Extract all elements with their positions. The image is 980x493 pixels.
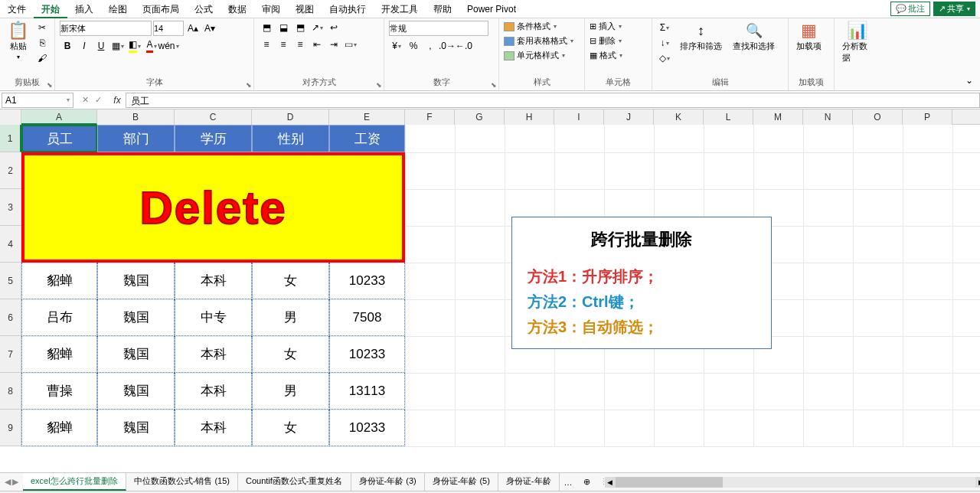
- data-cell[interactable]: 本科: [175, 336, 252, 373]
- data-cell[interactable]: 男: [252, 373, 329, 410]
- merge-cells-button[interactable]: ▭: [343, 38, 358, 51]
- scroll-left-button[interactable]: ◀: [605, 477, 616, 488]
- add-sheet-button[interactable]: ⊕: [577, 477, 596, 487]
- scroll-right-button[interactable]: ▶: [975, 477, 980, 488]
- autosum-button[interactable]: Σ: [657, 21, 672, 34]
- tab-more-button[interactable]: …: [560, 478, 577, 487]
- decrease-indent-button[interactable]: ⇤: [309, 38, 325, 51]
- tab-formulas[interactable]: 公式: [187, 0, 220, 18]
- clipboard-expand[interactable]: ⬊: [47, 81, 53, 89]
- data-cell[interactable]: 中专: [175, 299, 252, 336]
- tab-help[interactable]: 帮助: [426, 0, 459, 18]
- column-header-A[interactable]: A: [21, 109, 97, 125]
- tab-view[interactable]: 视图: [288, 0, 322, 18]
- data-cell[interactable]: 10233: [329, 263, 405, 299]
- wrap-text-button[interactable]: ↩: [326, 21, 341, 34]
- row-header-3[interactable]: 3: [0, 189, 21, 226]
- border-button[interactable]: ▦: [110, 39, 126, 53]
- data-cell[interactable]: 魏国: [97, 336, 175, 373]
- tab-developer[interactable]: 开发工具: [374, 0, 426, 18]
- data-cell[interactable]: 13113: [329, 373, 405, 410]
- data-cell[interactable]: 貂蝉: [21, 263, 97, 299]
- phonetic-guide-button[interactable]: wén: [161, 39, 176, 53]
- row-header-7[interactable]: 7: [0, 336, 21, 373]
- row-header-2[interactable]: 2: [0, 152, 21, 189]
- orientation-button[interactable]: ↗: [309, 21, 325, 34]
- align-right-button[interactable]: ≡: [292, 38, 308, 51]
- data-cell[interactable]: 男: [252, 299, 329, 336]
- column-header-L[interactable]: L: [704, 109, 753, 125]
- name-box[interactable]: A1▾: [2, 93, 74, 108]
- row-header-9[interactable]: 9: [0, 410, 21, 446]
- horizontal-scrollbar[interactable]: ◀ ▶: [616, 477, 975, 488]
- fill-button[interactable]: ↓: [657, 36, 672, 50]
- column-header-C[interactable]: C: [175, 109, 252, 125]
- clear-button[interactable]: ◇: [657, 51, 672, 65]
- data-cell[interactable]: 10233: [329, 410, 405, 446]
- alignment-expand[interactable]: ⬊: [376, 81, 382, 89]
- data-cell[interactable]: 女: [252, 410, 329, 446]
- formula-input[interactable]: 员工: [126, 93, 980, 108]
- tab-page-layout[interactable]: 页面布局: [135, 0, 187, 18]
- format-cells-button[interactable]: ▦格式: [590, 50, 622, 61]
- data-cell[interactable]: 本科: [175, 410, 252, 446]
- align-middle-button[interactable]: ⬓: [276, 21, 291, 34]
- addins-button[interactable]: ▦加载项: [793, 21, 825, 54]
- data-cell[interactable]: 7508: [329, 299, 405, 336]
- tab-data[interactable]: 数据: [220, 0, 254, 18]
- select-all-corner[interactable]: [0, 109, 21, 125]
- font-size-select[interactable]: [153, 21, 184, 36]
- cell-styles-button[interactable]: 单元格样式: [504, 50, 573, 61]
- floating-textbox[interactable]: 跨行批量删除方法1：升序排序；方法2：Ctrl键；方法3：自动筛选；: [511, 217, 772, 349]
- table-header-cell[interactable]: 工资: [329, 125, 405, 152]
- data-cell[interactable]: 女: [252, 336, 329, 373]
- row-header-8[interactable]: 8: [0, 373, 21, 410]
- format-painter-button[interactable]: 🖌: [34, 51, 50, 65]
- data-cell[interactable]: 魏国: [97, 263, 175, 299]
- column-header-G[interactable]: G: [455, 109, 505, 125]
- font-name-select[interactable]: [60, 21, 152, 36]
- column-header-O[interactable]: O: [853, 109, 903, 125]
- decrease-decimal-button[interactable]: ←.0: [456, 39, 472, 53]
- sheet-tab[interactable]: 身份证-年龄: [498, 473, 560, 491]
- data-cell[interactable]: 本科: [175, 263, 252, 299]
- fill-color-button[interactable]: ◧: [127, 39, 142, 53]
- row-header-5[interactable]: 5: [0, 263, 21, 299]
- increase-decimal-button[interactable]: .0→: [439, 39, 455, 53]
- sort-filter-button[interactable]: ↕排序和筛选: [677, 21, 725, 54]
- bold-button[interactable]: B: [60, 39, 75, 53]
- cut-button[interactable]: ✂: [34, 21, 50, 34]
- enter-formula-button[interactable]: ✓: [93, 94, 104, 106]
- table-header-cell[interactable]: 学历: [175, 125, 252, 152]
- column-header-K[interactable]: K: [654, 109, 704, 125]
- copy-button[interactable]: ⎘: [34, 36, 50, 50]
- tab-file[interactable]: 文件: [0, 0, 34, 18]
- tab-power-pivot[interactable]: Power Pivot: [459, 0, 524, 18]
- font-expand[interactable]: ⬊: [246, 81, 252, 89]
- column-header-P[interactable]: P: [903, 109, 952, 125]
- align-center-button[interactable]: ≡: [276, 38, 291, 51]
- align-bottom-button[interactable]: ⬒: [292, 21, 308, 34]
- data-cell[interactable]: 貂蝉: [21, 410, 97, 446]
- find-select-button[interactable]: 🔍查找和选择: [730, 21, 778, 54]
- scroll-thumb[interactable]: [616, 477, 723, 488]
- data-cell[interactable]: 魏国: [97, 410, 175, 446]
- column-header-N[interactable]: N: [803, 109, 853, 125]
- comma-button[interactable]: ,: [423, 39, 438, 53]
- tab-insert[interactable]: 插入: [67, 0, 101, 18]
- align-left-button[interactable]: ≡: [259, 38, 274, 51]
- data-cell[interactable]: 女: [252, 263, 329, 299]
- currency-button[interactable]: ¥: [389, 39, 404, 53]
- collapse-ribbon-button[interactable]: ⌄: [962, 73, 977, 87]
- conditional-format-button[interactable]: 条件格式: [504, 21, 573, 32]
- column-header-J[interactable]: J: [604, 109, 654, 125]
- italic-button[interactable]: I: [77, 39, 92, 53]
- column-header-M[interactable]: M: [753, 109, 803, 125]
- table-header-cell[interactable]: 员工: [21, 125, 97, 152]
- data-cell[interactable]: 本科: [175, 373, 252, 410]
- data-cell[interactable]: 曹操: [21, 373, 97, 410]
- tab-automate[interactable]: 自动执行: [322, 0, 374, 18]
- tab-draw[interactable]: 绘图: [101, 0, 135, 18]
- align-top-button[interactable]: ⬒: [259, 21, 274, 34]
- row-header-4[interactable]: 4: [0, 226, 21, 263]
